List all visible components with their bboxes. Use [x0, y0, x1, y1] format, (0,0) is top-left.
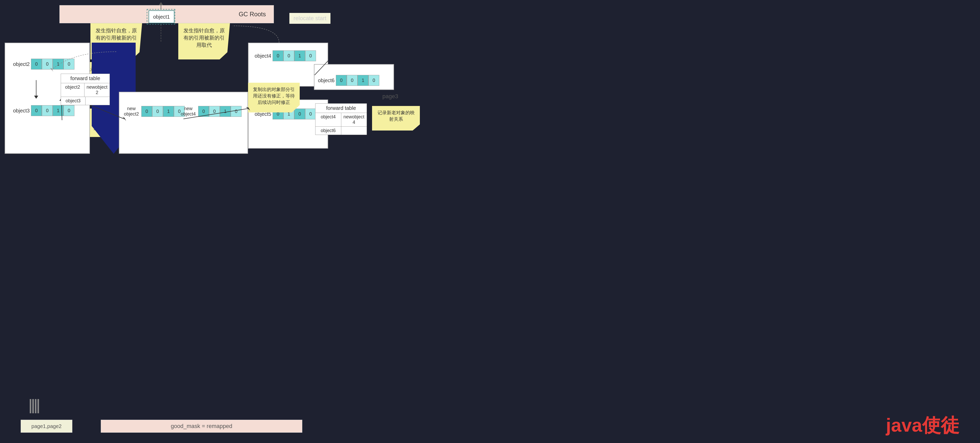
- ft-right-row1: object6: [315, 127, 367, 135]
- newobject4-row: new object4 0 0 1 0: [180, 106, 242, 117]
- object1-dashed-border: [147, 9, 175, 25]
- ft-left-r1c2: [86, 97, 110, 105]
- ft-right-r1c1: object6: [315, 127, 341, 135]
- ft-right-h2: newobject4: [341, 113, 367, 126]
- object6-row: object6 0 0 1 0: [315, 75, 379, 86]
- object2-label: object2: [10, 61, 31, 67]
- nobj4-cell-0: 0: [198, 106, 209, 117]
- obj3-cell-0: 0: [31, 105, 42, 116]
- newobject4-label: new object4: [180, 106, 198, 117]
- deco-line-1: [30, 399, 31, 413]
- obj4-cell-2: 1: [294, 50, 305, 61]
- page3-label: page3: [382, 93, 398, 100]
- object3-label: object3: [10, 108, 31, 114]
- newobject2-label: new object2: [123, 106, 141, 117]
- ft-left-h2: newobject2: [84, 83, 110, 97]
- java-brand-label: java使徒: [886, 413, 959, 438]
- ft-right-h1: object4: [315, 113, 341, 126]
- nobj4-cell-2: 1: [220, 106, 231, 117]
- deco-line-2: [32, 399, 34, 413]
- obj4-cell-1: 0: [283, 50, 294, 61]
- obj2-cell-3: 0: [64, 59, 75, 70]
- ft-right-r1c2: [341, 127, 367, 135]
- nobj2-cell-2: 1: [163, 106, 174, 117]
- ft-right-header: object4 newobject4: [315, 113, 367, 127]
- obj2-cell-0: 0: [31, 59, 42, 70]
- object3-row: object3 0 0 1 0: [10, 105, 75, 116]
- bottom-label-left: page1,page2: [21, 420, 72, 433]
- object4-label: object4: [252, 53, 272, 59]
- ft-left-header: object2 newobject2: [61, 83, 110, 97]
- forward-table-left: forward table object2 newobject2 object3: [61, 74, 110, 105]
- obj6-cell-0: 0: [336, 75, 347, 86]
- nobj2-cell-1: 0: [152, 106, 163, 117]
- object4-row: object4 0 0 1 0: [252, 50, 316, 61]
- bottom-label-center: good_mask = remapped: [101, 420, 302, 433]
- center-panel: [119, 92, 248, 154]
- relocate-start-label: relocate start: [290, 13, 331, 24]
- ft-left-title: forward table: [61, 74, 110, 83]
- obj6-cell-3: 0: [368, 75, 379, 86]
- obj5-cell-3: 0: [305, 108, 316, 120]
- obj6-cell-1: 0: [347, 75, 358, 86]
- deco-lines: [30, 399, 39, 413]
- obj3-cell-1: 0: [42, 105, 53, 116]
- obj4-cell-3: 0: [305, 50, 316, 61]
- sticky-note-2: 发生指针自愈，原有的引用被新的引用取代: [178, 23, 230, 59]
- gc-roots-label: GC Roots: [239, 11, 266, 18]
- ft-right-title: forward table: [315, 104, 367, 113]
- obj6-cell-2: 1: [358, 75, 368, 86]
- nobj4-cell-3: 0: [231, 106, 242, 117]
- deco-line-3: [35, 399, 37, 413]
- svg-marker-2: [159, 2, 163, 5]
- ft-left-r1c1: object3: [61, 97, 86, 105]
- nobj4-cell-1: 0: [209, 106, 220, 117]
- obj4-cell-0: 0: [272, 50, 283, 61]
- obj3-cell-3: 0: [64, 105, 75, 116]
- obj5-cell-2: 0: [294, 108, 305, 120]
- object6-label: object6: [315, 78, 336, 83]
- ft-left-h1: object2: [61, 83, 84, 97]
- sticky-note-6: 记录新老对象的映射关系: [372, 106, 420, 131]
- object2-row: object2 0 0 1 0: [10, 59, 75, 70]
- ft-left-row1: object3: [61, 97, 110, 105]
- forward-table-right: forward table object4 newobject4 object6: [315, 104, 367, 135]
- newobject2-row: new object2 0 0 1 0: [123, 106, 185, 117]
- obj2-cell-2: 1: [53, 59, 64, 70]
- arrows-svg: [0, 0, 980, 443]
- deco-line-4: [37, 399, 39, 413]
- obj3-cell-2: 1: [53, 105, 64, 116]
- obj2-cell-1: 0: [42, 59, 53, 70]
- nobj2-cell-0: 0: [141, 106, 152, 117]
- sticky-note-5: 复制出的对象部分引用还没有修正，等待后续访问时修正: [248, 83, 300, 112]
